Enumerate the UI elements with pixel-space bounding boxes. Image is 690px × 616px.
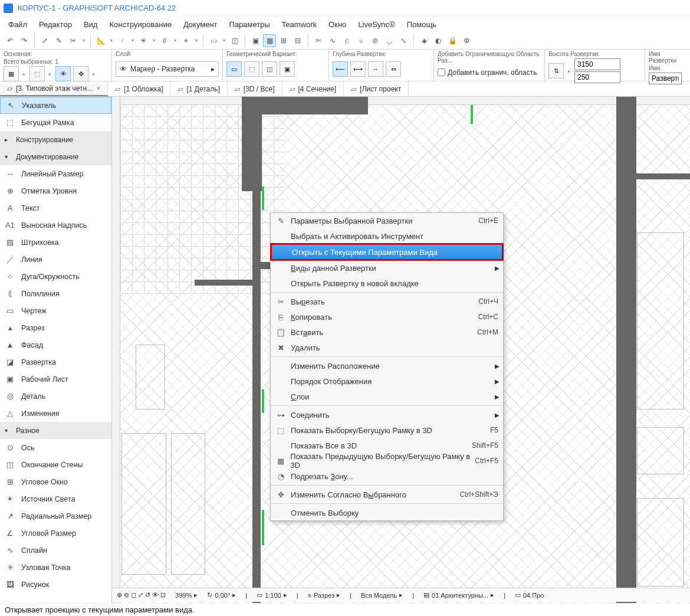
context-item[interactable]: Порядок Отображения▶ [271,373,503,389]
move-button[interactable]: ✥ [73,66,88,81]
model-status[interactable]: Вся Модель ▸ [361,591,403,599]
eye-button[interactable]: 👁 [55,66,71,81]
tab[interactable]: ▱[Лист проект [344,81,409,96]
grid-button[interactable]: # [158,34,171,47]
trim-button[interactable]: ∿ [326,34,339,47]
dropdown-icon[interactable]: ▾ [130,34,136,47]
undo-button[interactable]: ↶ [4,34,17,47]
menu-параметры[interactable]: Параметры [224,18,276,31]
lock-button[interactable]: 🔒 [446,34,459,47]
cut-button[interactable]: ✄ [312,34,325,47]
dropdown-icon[interactable]: ▾ [172,34,178,47]
depth-opt-1[interactable]: ⟵ [333,61,348,77]
toolbox-tool-worksheet[interactable]: ▣Рабочий Лист [0,371,111,388]
dropdown-icon[interactable]: ▸ [91,67,97,80]
menu-документ[interactable]: Документ [178,18,224,31]
toolbox-group[interactable]: Документирование [0,148,111,165]
toolbox-tool-change[interactable]: △Изменение [0,405,111,422]
guide-button[interactable]: ⟋ [116,34,129,47]
context-item[interactable]: Открыть Развертку в новой вкладке [271,276,503,291]
context-item[interactable]: Отменить Выборку [271,505,503,520]
toolbox-tool-arrow[interactable]: ↖Указатель [0,97,111,114]
toolbox-group[interactable]: Конструирование [0,131,111,148]
compare-button[interactable]: ◫ [228,34,241,47]
scale[interactable]: ▭ 1:100 ▸ [257,591,287,599]
toolbox-tool-fill[interactable]: ▨Штриховка [0,234,111,251]
zoom-tools[interactable]: ⊕ ⊖ ◻ ⤢ ↺ 👁 ⊡ [117,591,166,599]
settings-button[interactable]: ⚙ [460,34,473,47]
fillet-button[interactable]: ◡ [383,34,396,47]
height-icon[interactable]: ⇅ [548,63,564,78]
toolbox-tool-section[interactable]: ▴Разрез [0,319,111,336]
section-status[interactable]: ≡ Разрез ▸ [308,591,340,599]
suspend-button[interactable]: ▣ [249,34,262,47]
renovation-button[interactable]: ◐ [432,34,445,47]
name-input[interactable] [649,73,682,84]
context-item[interactable]: Открыть с Текущими Параметрами Вида [270,243,504,261]
toolbox-tool-lamp[interactable]: ☀Источник Света [0,490,111,507]
context-item[interactable]: ⊶Соединить▶ [271,407,503,422]
publish-button[interactable]: ◈ [418,34,431,47]
context-item[interactable]: ✎Параметры Выбранной РазверткиCtrl+E [271,213,503,228]
context-item[interactable]: Показать Все в 3DShift+F5 [271,438,503,453]
context-item[interactable]: 📋ВставитьCtrl+М [271,325,503,340]
dropdown-icon[interactable]: ▾ [109,34,114,47]
autogroup-button[interactable]: ⊟ [291,34,304,47]
page-status[interactable]: ▭ 04 Про [515,591,544,599]
intersect-button[interactable]: ⊘ [369,34,382,47]
tab[interactable]: ▱[4 Сечение] [282,81,344,96]
tab[interactable]: ▱[3. Типовой этаж четн...× [0,81,108,96]
toolbox-tool-text[interactable]: AТекст [0,199,111,217]
ruler-button[interactable]: 📐 [94,34,107,47]
context-item[interactable]: ▦Показать Предыдущую Выборку/Бегущую Рам… [271,453,503,468]
select-button[interactable]: ⬚ [29,66,45,81]
context-item[interactable]: Слои▶ [271,389,503,404]
menu-помощь[interactable]: Помощь [401,18,442,31]
toolbox-tool-poly[interactable]: ⦇Полилиния [0,285,111,302]
toolbox-group[interactable]: Разное [0,422,111,439]
add-bound-checkbox[interactable] [438,68,445,76]
geom-opt-1[interactable]: ▭ [226,61,242,77]
toolbox-tool-detail[interactable]: ◎Деталь [0,388,111,405]
menu-teamwork[interactable]: Teamwork [276,18,323,31]
pick-button[interactable]: ⤢ [38,34,51,47]
depth-opt-3[interactable]: ↔ [368,61,383,77]
toolbox-tool-raddim[interactable]: ↗Радиальный Размер [0,507,111,525]
toolbox-tool-marquee[interactable]: ⬚Бегущая Рамка [0,114,111,131]
dropdown-icon[interactable]: ▾ [81,34,87,47]
gravity-button[interactable]: ⌖ [179,34,192,47]
redo-button[interactable]: ↷ [18,34,31,47]
toolbox-tool-wallend[interactable]: ◫Окончание Стены [0,456,111,473]
snap-button[interactable]: ✳ [137,34,150,47]
layer-combo[interactable]: ▤ 01 Архитектурны... ▸ [423,591,494,599]
toolbox-tool-axis[interactable]: ⊙Ось [0,439,111,456]
menu-окно[interactable]: Окно [323,18,352,31]
menu-вид[interactable]: Вид [78,18,104,31]
menu-livesync®[interactable]: LiveSync® [352,18,400,31]
context-item[interactable]: Виды данной Развертки▶ [271,260,503,276]
group-button[interactable]: ▦ [263,34,276,47]
layer-selector[interactable]: 👁 Маркер - Развертка ▸ [116,61,219,77]
toolbox-tool-line[interactable]: ／Линия [0,251,111,268]
context-item[interactable]: Изменить Расположение▶ [271,358,503,373]
toolbox-tool-angdim[interactable]: ∠Угловой Размер [0,525,111,542]
inject-button[interactable]: ✎ [52,34,65,47]
context-item[interactable]: Выбрать и Активировать Инструмент [271,228,503,244]
toolbox-tool-spline[interactable]: ∿Сплайн [0,542,111,559]
toolbox-tool-dim[interactable]: ↔Линейный Размер [0,165,111,182]
toolbox-tool-cornerwin[interactable]: ⊞Угловое Окно [0,473,111,490]
adjust-button[interactable]: ⟐ [354,34,367,47]
dropdown-icon[interactable]: ▾ [193,34,199,47]
tab[interactable]: ▱[3D / Все] [228,81,282,96]
menu-редактор[interactable]: Редактор [33,18,78,31]
context-item[interactable]: ✖Удалить [271,340,503,355]
toolbox-tool-circle[interactable]: ○Дуга/Окружность [0,268,111,285]
toolbox-tool-level[interactable]: ⊕Отметка Уровня [0,182,111,199]
tab[interactable]: ▱[1 Деталь] [170,81,227,96]
menu-файл[interactable]: Файл [2,18,33,31]
menu-конструирование[interactable]: Конструирование [103,18,177,31]
angle[interactable]: ↻ 0,00° ▸ [207,591,236,599]
context-item[interactable]: ⬚Показать Выборку/Бегущую Рамку в 3DF5 [271,422,503,438]
geom-opt-3[interactable]: ◫ [262,61,277,77]
close-icon[interactable]: × [96,84,100,93]
